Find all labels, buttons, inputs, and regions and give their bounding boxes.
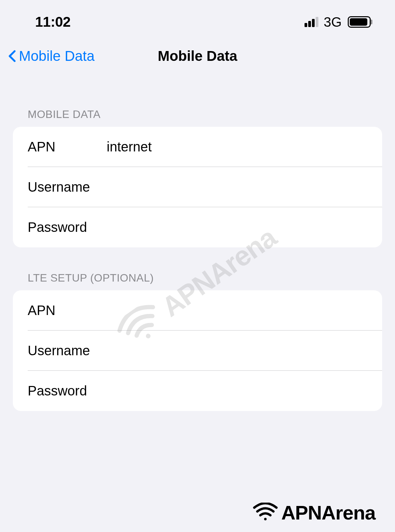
password-input[interactable] (107, 220, 367, 235)
signal-strength-icon (305, 17, 318, 27)
section-header-lte: LTE SETUP (OPTIONAL) (13, 247, 382, 290)
row-label: APN (28, 303, 107, 318)
lte-password-input[interactable] (107, 383, 367, 398)
row-apn[interactable]: APN (13, 127, 382, 167)
row-password[interactable]: Password (13, 207, 382, 247)
status-bar: 11:02 3G (0, 0, 395, 37)
status-time: 11:02 (35, 14, 71, 30)
lte-apn-input[interactable] (107, 303, 367, 318)
network-type: 3G (324, 15, 342, 30)
section-group-mobile-data: APN Username Password (13, 127, 382, 247)
navigation-bar: Mobile Data Mobile Data (0, 37, 395, 78)
row-label: APN (28, 139, 107, 154)
wifi-icon (252, 503, 279, 523)
row-label: Username (28, 179, 107, 195)
back-label: Mobile Data (19, 48, 95, 64)
section-group-lte: APN Username Password (13, 290, 382, 411)
content-area: MOBILE DATA APN Username Password LTE SE… (0, 78, 395, 411)
chevron-left-icon (7, 49, 17, 64)
row-label: Username (28, 343, 107, 358)
status-indicators: 3G (305, 15, 371, 30)
apn-input[interactable] (107, 139, 367, 154)
watermark-bottom: APNArena (252, 501, 375, 524)
row-label: Password (28, 383, 107, 398)
battery-icon (348, 16, 371, 28)
row-username[interactable]: Username (13, 167, 382, 207)
row-lte-password[interactable]: Password (13, 371, 382, 411)
section-header-mobile-data: MOBILE DATA (13, 78, 382, 127)
row-lte-apn[interactable]: APN (13, 290, 382, 331)
lte-username-input[interactable] (107, 343, 367, 358)
page-title: Mobile Data (158, 48, 237, 64)
row-lte-username[interactable]: Username (13, 331, 382, 371)
row-label: Password (28, 220, 107, 235)
watermark-text: APNArena (281, 501, 375, 524)
username-input[interactable] (107, 179, 367, 195)
back-button[interactable]: Mobile Data (7, 48, 95, 64)
